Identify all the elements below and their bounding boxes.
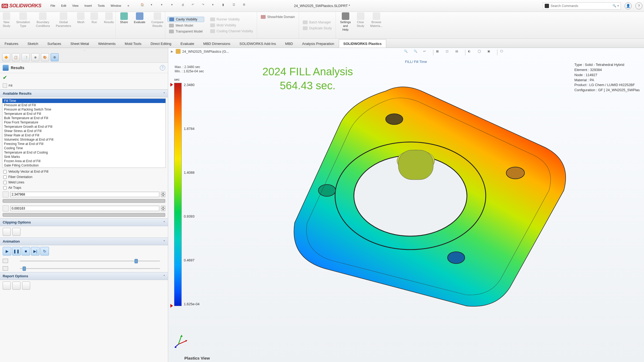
- report-web-button[interactable]: [22, 282, 30, 290]
- ok-button[interactable]: ✔: [0, 73, 168, 82]
- display-manager-tab[interactable]: 🎨: [41, 53, 49, 61]
- menu-edit[interactable]: Edit: [58, 3, 69, 9]
- animation-header[interactable]: Animation⌃: [0, 237, 168, 245]
- study-fill-row[interactable]: Fill: [0, 82, 168, 90]
- report-doc-button[interactable]: [3, 282, 11, 290]
- tab-solidworks-plastics[interactable]: SOLIDWORKS Plastics: [339, 39, 386, 48]
- min-value-spinner[interactable]: ▲▼: [0, 204, 168, 212]
- menu-window[interactable]: Window: [108, 3, 124, 9]
- tab-sketch[interactable]: Sketch: [23, 39, 43, 48]
- result-item[interactable]: Fill Time: [2, 99, 166, 103]
- property-manager-tab[interactable]: 📋: [12, 53, 20, 61]
- result-item[interactable]: Temperature at End of Cooling: [2, 150, 166, 155]
- tab-sheet-metal[interactable]: Sheet Metal: [66, 39, 93, 48]
- spinner-down-icon[interactable]: ▼: [161, 194, 165, 197]
- menu-insert[interactable]: Insert: [82, 3, 95, 9]
- apply-scene-icon[interactable]: ▣: [487, 49, 494, 56]
- save-icon[interactable]: ▾: [171, 3, 177, 9]
- cavity-visibility-toggle[interactable]: Cavity Visibility: [167, 17, 204, 22]
- section-view-icon[interactable]: ▦: [436, 49, 443, 56]
- edit-appearance-icon[interactable]: ◯: [478, 49, 485, 56]
- show-hide-domain-button[interactable]: Show/Hide Domain: [259, 15, 297, 19]
- view-settings-icon[interactable]: 🖵: [500, 49, 507, 56]
- display-style-icon[interactable]: ▤: [455, 49, 462, 56]
- animation-speed-slider[interactable]: [20, 266, 160, 271]
- view-orientation-icon[interactable]: ◫: [446, 49, 453, 56]
- tab-direct-editing[interactable]: Direct Editing: [146, 39, 176, 48]
- clipping-options-header[interactable]: Clipping Options⌃: [0, 218, 168, 226]
- zoom-fit-icon[interactable]: 🔍: [404, 49, 411, 56]
- print-icon[interactable]: 🖨: [181, 3, 187, 9]
- max-slider[interactable]: [3, 199, 165, 203]
- plastics-manager-tab[interactable]: ⚙: [51, 53, 59, 61]
- loop-button[interactable]: ↻: [40, 247, 49, 255]
- clip-iso-button[interactable]: [12, 228, 20, 236]
- redo-icon[interactable]: ↷: [202, 3, 208, 9]
- result-item[interactable]: Cooling Time: [2, 146, 166, 150]
- select-icon[interactable]: ▾: [212, 3, 218, 9]
- check-fiber[interactable]: Fiber Orientation: [0, 174, 168, 180]
- options-icon[interactable]: ☰: [233, 3, 238, 9]
- check-airtraps[interactable]: Air Traps: [0, 185, 168, 190]
- check-velocity[interactable]: Velocity Vector at End of Fill: [0, 169, 168, 174]
- play-button[interactable]: ▶: [3, 247, 11, 255]
- settings-help-button[interactable]: SettingsandHelp: [339, 12, 353, 38]
- check-weld[interactable]: Weld Lines: [0, 180, 168, 185]
- panel-help-icon[interactable]: ?: [160, 65, 165, 70]
- help-icon[interactable]: ?: [635, 2, 642, 9]
- animation-frame-slider[interactable]: [20, 258, 160, 264]
- spinner-down-icon-2[interactable]: ▼: [161, 208, 165, 211]
- menu-pin-icon[interactable]: ★: [124, 3, 132, 9]
- max-value-spinner[interactable]: ▲▼: [0, 190, 168, 198]
- menu-file[interactable]: File: [48, 3, 58, 9]
- result-item[interactable]: Volumetric Shrinkage at End of Fill: [2, 137, 166, 142]
- result-item[interactable]: Frozen Area at End of Fill: [2, 159, 166, 163]
- transparent-model-toggle[interactable]: Transparent Model: [167, 29, 204, 34]
- result-item[interactable]: Gate Filling Contribution: [2, 163, 166, 168]
- menu-tools[interactable]: Tools: [95, 3, 107, 9]
- hide-show-icon[interactable]: ◐: [468, 49, 475, 56]
- tab-surfaces[interactable]: Surfaces: [43, 39, 66, 48]
- graphics-viewport[interactable]: ▶ 24_WN2025_SWPlastics (G... 🔍 🔍 ↩ ▦ ◫ ▤…: [168, 48, 644, 362]
- max-spinner-input[interactable]: [10, 192, 159, 197]
- result-item[interactable]: Sink Marks: [2, 155, 166, 159]
- pane-splitter-top[interactable]: ◦: [0, 48, 168, 52]
- spinner-up-icon[interactable]: ▲: [161, 192, 165, 194]
- result-item[interactable]: Flow Front Temperature: [2, 120, 166, 125]
- feature-manager-tab[interactable]: 🔶: [2, 53, 10, 61]
- menu-view[interactable]: View: [69, 3, 81, 9]
- tab-mbd[interactable]: MBD: [281, 39, 298, 48]
- rebuild-icon[interactable]: ▮: [222, 3, 228, 9]
- report-ppt-button[interactable]: [12, 282, 20, 290]
- mesh-model-toggle[interactable]: Mesh Model: [167, 23, 204, 28]
- report-options-header[interactable]: Report Options⌃: [0, 272, 168, 280]
- new-icon[interactable]: ▾: [151, 3, 157, 9]
- open-icon[interactable]: ▾: [161, 3, 167, 9]
- previous-view-icon[interactable]: ↩: [423, 49, 430, 56]
- settings-gear-icon[interactable]: ⚙: [243, 3, 249, 9]
- tab-mbd-dimensions[interactable]: MBD Dimensions: [199, 39, 235, 48]
- result-item[interactable]: Shear Stress at End of Fill: [2, 129, 166, 133]
- dimxpert-manager-tab[interactable]: ⊕: [31, 53, 39, 61]
- zoom-area-icon[interactable]: 🔍: [414, 49, 421, 56]
- user-account-icon[interactable]: 👤: [625, 2, 632, 9]
- evaluate-button[interactable]: Evaluate: [132, 12, 147, 38]
- tab-mold-tools[interactable]: Mold Tools: [120, 39, 146, 48]
- undo-icon[interactable]: ↶: [192, 3, 198, 9]
- tab-features[interactable]: Features: [0, 39, 23, 48]
- tab-evaluate[interactable]: Evaluate: [176, 39, 199, 48]
- result-item[interactable]: Shear Rate at End of Fill: [2, 133, 166, 137]
- tab-solidworks-add-ins[interactable]: SOLIDWORKS Add-Ins: [235, 39, 281, 48]
- spinner-up-icon-2[interactable]: ▲: [161, 206, 165, 208]
- clip-plane-button[interactable]: [3, 228, 11, 236]
- triad-axis-icon[interactable]: [173, 332, 189, 349]
- search-icon[interactable]: 🔍: [613, 4, 616, 8]
- configuration-manager-tab[interactable]: 📑: [22, 53, 30, 61]
- available-results-list[interactable]: Fill TimePressure at End of FillPressure…: [2, 98, 166, 168]
- pause-button[interactable]: ❚❚: [12, 247, 21, 255]
- command-search[interactable]: 🔍 ▾: [543, 2, 621, 9]
- step-button[interactable]: ▶|: [31, 247, 40, 255]
- result-item[interactable]: Freezing Time at End of Fill: [2, 142, 166, 146]
- home-icon[interactable]: 🏠: [140, 3, 146, 9]
- result-item[interactable]: Temperature Growth at End of Fill: [2, 125, 166, 129]
